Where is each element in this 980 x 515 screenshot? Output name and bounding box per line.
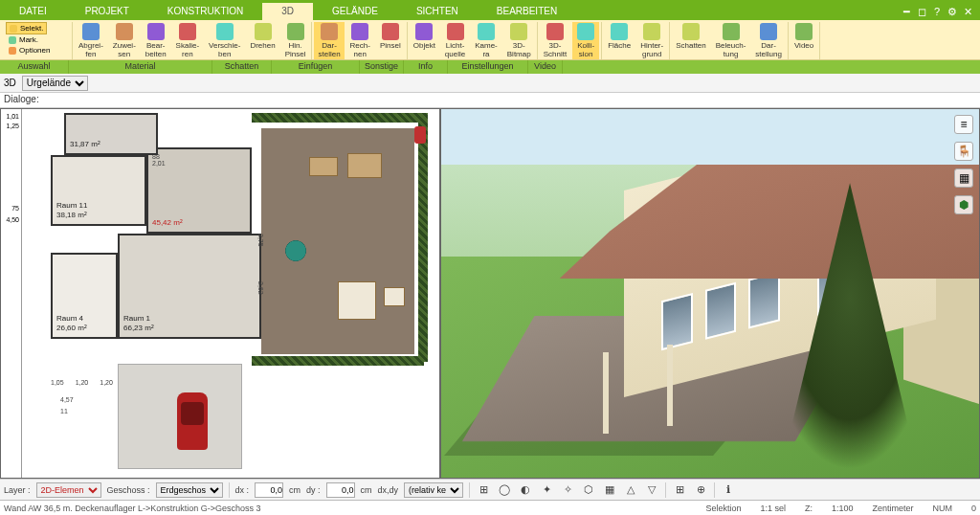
room[interactable]: Raum 426,60 m² (51, 253, 118, 339)
maximize-icon[interactable]: ◻ (915, 5, 928, 18)
ribbon-verschieben[interactable]: Verschie-ben (205, 22, 244, 59)
tool-icon (577, 23, 594, 40)
ribbon-group-labels: AuswahlMaterialSchattenEinfügenSonstigeI… (0, 60, 980, 74)
room[interactable]: Raum 166,23 m² (118, 234, 261, 339)
ribbon-beleuchtung[interactable]: Beleuch-tung (712, 22, 750, 59)
tool-icon (478, 23, 495, 40)
tool-icon[interactable]: ◐ (518, 482, 533, 498)
umbrella-icon (278, 234, 313, 268)
options-button[interactable]: Optionen (6, 45, 53, 56)
dx-input[interactable] (255, 482, 283, 498)
ribbon-schatten[interactable]: Schatten (672, 22, 710, 51)
tab-projekt[interactable]: PROJEKT (66, 3, 148, 20)
dx-label: dx : (235, 485, 250, 495)
info-icon[interactable]: ℹ (721, 482, 736, 498)
floorplan-pane[interactable]: 1,011,25754,50 Raum 166,23 m²Raum 426,60… (0, 108, 440, 479)
ribbon-skalieren[interactable]: Skalie-ren (172, 22, 203, 59)
ribbon-zuweisen[interactable]: Zuwei-sen (109, 22, 140, 59)
render-pane[interactable]: ≡ 🪑 ▦ ⬢ (440, 108, 980, 479)
tab-bearbeiten[interactable]: BEARBEITEN (478, 3, 576, 20)
tab-sichten[interactable]: SICHTEN (397, 3, 478, 20)
ribbon-objekt[interactable]: Objekt (410, 22, 439, 51)
grid-icon[interactable]: ⊞ (672, 482, 687, 498)
tab-gelände[interactable]: GELÄNDE (313, 3, 397, 20)
ribbon-dschnitt[interactable]: 3D-Schnitt (540, 22, 570, 59)
menu-tabs: DATEIPROJEKTKONSTRUKTION3DGELÄNDESICHTEN… (0, 3, 980, 20)
tab-datei[interactable]: DATEI (0, 3, 66, 20)
palette-icon[interactable]: ▦ (954, 168, 973, 188)
tool-icon[interactable]: △ (623, 482, 638, 498)
plant-icon[interactable]: ⬢ (954, 195, 973, 214)
tool-icon (760, 23, 777, 40)
select-label: Selekt. (20, 24, 43, 33)
hedge (252, 356, 424, 366)
terrain-select[interactable]: Urgelände (22, 76, 88, 91)
furniture (347, 153, 382, 178)
tool-icon[interactable]: ◯ (497, 482, 512, 498)
tab-3d[interactable]: 3D (262, 3, 313, 20)
tool-icon[interactable]: ⬡ (581, 482, 596, 498)
ribbon-kamera[interactable]: Kame-ra (471, 22, 501, 59)
ribbon-toolbar: Selekt. Mark. Optionen Abgrei-fenZuwei-s… (0, 20, 980, 60)
ribbon-drehen[interactable]: Drehen (246, 22, 278, 51)
room[interactable]: 31,87 m² (64, 113, 158, 155)
ribbon-rechnen[interactable]: Rech-nen (346, 22, 374, 59)
ribbon-kollision[interactable]: Kolli-sion (572, 22, 599, 59)
ribbon-dbitmap[interactable]: 3D-Bitmap (503, 22, 535, 59)
settings-icon[interactable]: ⚙ (946, 5, 959, 18)
layer-select[interactable]: 2D-Elemen (36, 482, 101, 498)
furniture (309, 157, 338, 176)
dimension: 11 (60, 408, 68, 414)
tool-icon (795, 23, 813, 40)
tool-icon (255, 23, 272, 40)
status-text: Wand AW 36,5 m. Deckenauflager L->Konstr… (4, 504, 260, 513)
room[interactable]: Raum 1138,18 m² (51, 155, 146, 226)
ribbon-darstellen[interactable]: Dar-stellen (314, 22, 344, 59)
ribbon-bearbeiten[interactable]: Bear-beiten (142, 22, 170, 59)
furniture-icon[interactable]: 🪑 (954, 142, 973, 161)
minimize-icon[interactable]: ━ (900, 5, 913, 18)
help-icon[interactable]: ? (930, 5, 944, 18)
floor-select[interactable]: Erdgeschos (156, 482, 223, 498)
ribbon-abgreifen[interactable]: Abgrei-fen (75, 22, 107, 59)
tool-icon (447, 23, 464, 40)
group-label: Material (69, 60, 212, 74)
relative-select[interactable]: (relativ ke (404, 482, 463, 498)
tab-konstruktion[interactable]: KONSTRUKTION (148, 3, 262, 20)
group-label: Info (404, 60, 448, 74)
group-label: Einfügen (272, 60, 360, 74)
tool-icon[interactable]: ▽ (644, 482, 659, 498)
select-button[interactable]: Selekt. (6, 22, 47, 34)
tool-icon[interactable]: ✦ (539, 482, 554, 498)
floorplan-canvas[interactable]: Raum 166,23 m²Raum 426,60 m²45,42 m²882,… (22, 109, 439, 478)
dimension: 2,62 (257, 281, 264, 295)
ribbon-darstellung[interactable]: Dar-stellung (751, 22, 786, 59)
dy-input[interactable] (326, 482, 355, 498)
ribbon-flche[interactable]: Fläche (604, 22, 635, 51)
ribbon-hinpinsel[interactable]: Hin.Pinsel (281, 22, 310, 59)
view-selector-bar: 3D Urgelände (0, 74, 980, 93)
close-icon[interactable]: ✕ (961, 5, 974, 18)
snap-icon[interactable]: ⊕ (693, 482, 708, 498)
room[interactable]: 45,42 m²882,01 (146, 147, 252, 234)
tool-icon (643, 23, 660, 40)
mark-label: Mark. (19, 35, 38, 44)
tool-icon (147, 23, 165, 40)
dy-label: dy : (306, 485, 321, 495)
main-viewport: 1,011,25754,50 Raum 166,23 m²Raum 426,60… (0, 108, 980, 479)
mark-button[interactable]: Mark. (6, 34, 41, 45)
view-tools: ≡ 🪑 ▦ ⬢ (954, 115, 973, 214)
tool-icon[interactable]: ✧ (560, 482, 575, 498)
ribbon-video[interactable]: Video (791, 22, 817, 51)
tool-icon[interactable]: ▦ (602, 482, 617, 498)
sofa (338, 281, 376, 320)
ribbon-pinsel[interactable]: Pinsel (376, 22, 405, 51)
ribbon-lichtquelle[interactable]: Licht-quelle (441, 22, 469, 59)
layers-icon[interactable]: ≡ (954, 115, 973, 134)
tool-icon (723, 23, 740, 40)
tool-icon (116, 23, 133, 40)
ribbon-hintergrund[interactable]: Hinter-grund (636, 22, 667, 59)
tool-icon (382, 23, 399, 40)
bottom-toolbar: Layer : 2D-Elemen Geschoss : Erdgeschos … (0, 479, 980, 500)
tool-icon[interactable]: ⊞ (476, 482, 491, 498)
